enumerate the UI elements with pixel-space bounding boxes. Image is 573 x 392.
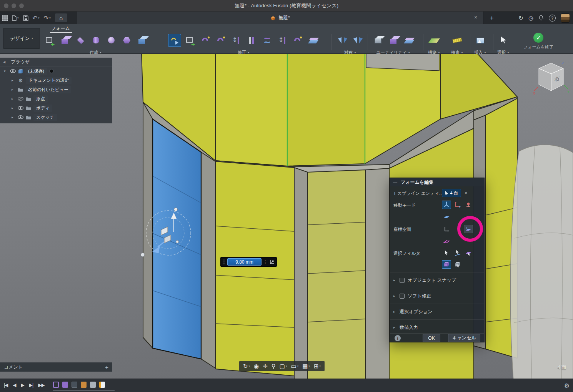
display-mode-icon[interactable] [371,34,385,47]
filter-face-icon[interactable] [464,249,473,257]
create-plane-icon[interactable] [74,34,87,47]
timeline-settings-gear-icon[interactable]: ⚙ [564,382,570,389]
edit-form-icon[interactable] [168,34,181,47]
collapse-browser-icon[interactable]: ◀ [3,60,5,64]
display-settings-icon[interactable]: ▭▾ [291,363,298,369]
expand-caret-icon[interactable]: ▸ [393,326,396,329]
close-tab-icon[interactable]: × [472,14,479,20]
insert-point-icon[interactable] [199,34,212,47]
create-quadball-icon[interactable] [135,34,148,47]
viewports-icon[interactable]: ⊞▾ [314,363,321,369]
slide-edge-icon[interactable] [276,34,289,47]
uncrease-icon[interactable] [230,34,243,47]
comments-bar[interactable]: コメント + [0,362,112,372]
convert-icon[interactable] [402,34,415,47]
filter-body-icon[interactable] [442,260,451,269]
construct-menu[interactable]: 構築▼ [428,50,440,55]
help-icon[interactable]: ? [549,15,556,22]
filter-edge-icon[interactable] [453,249,462,257]
drag-grip-icon[interactable] [222,259,226,265]
close-window-button[interactable] [4,3,8,8]
tl-current-marker[interactable] [99,382,105,388]
visibility-eye-icon[interactable] [18,106,23,110]
visibility-eye-icon[interactable] [10,69,16,73]
play-button[interactable]: ▶ [21,382,24,388]
move-mode-axis-icon[interactable] [453,201,462,209]
expand-caret-icon[interactable]: ▸ [393,294,396,298]
zoom-icon[interactable]: ⚲ [272,363,276,369]
soft-modify-row[interactable]: ▸ ソフト修正 [390,288,484,304]
selection-options-row[interactable]: ▸ 選択オプション [390,304,484,319]
fit-icon[interactable]: ▢▾ [280,363,287,369]
filter-vertex-icon[interactable] [442,249,451,257]
dimension-input-box[interactable]: 9.80 mm ⋮ [220,257,277,267]
insert-menu[interactable]: 挿入▼ [474,50,486,55]
minimize-browser-icon[interactable]: — [105,59,109,65]
modify-menu[interactable]: 修正▼ [238,50,250,55]
cancel-button[interactable]: キャンセル [448,334,480,342]
mirror-internal-icon[interactable] [336,34,349,47]
viewcube[interactable]: 右 X Y Z [533,60,571,100]
document-tab[interactable]: 無題* × [77,12,483,24]
insert-edge-icon[interactable] [183,34,197,47]
ok-button[interactable]: OK [423,334,440,342]
move-mode-translate-icon[interactable] [442,201,451,209]
select-icon[interactable] [497,34,510,47]
selected-face[interactable] [153,119,201,359]
browser-row-document[interactable]: ▾ (未保存) [0,66,112,76]
maximize-window-button[interactable] [19,3,24,8]
visibility-eye-off-icon[interactable] [18,97,23,101]
visibility-eye-icon[interactable] [18,115,23,119]
soft-modify-checkbox[interactable] [400,294,405,299]
symmetry-menu[interactable]: 対称▼ [344,50,356,55]
insert-image-icon[interactable] [474,34,487,47]
overflow-dots-icon[interactable]: ⋮ [263,259,268,265]
construct-plane-icon[interactable] [428,34,441,47]
grid-settings-icon[interactable]: ▦▾ [302,363,310,369]
go-to-end-button[interactable]: ▶▶ [38,382,44,388]
browser-row-document-settings[interactable]: ▸ ⚙ ドキュメントの設定 [0,76,112,85]
document-name[interactable]: (未保存) [25,68,47,75]
info-icon[interactable]: i [395,335,401,341]
minimize-window-button[interactable] [12,3,16,8]
subdivide-icon[interactable] [245,34,258,47]
browser-row-origin[interactable]: ▸ 原点 [0,94,112,103]
move-mode-plane-icon[interactable] [442,213,451,221]
dimension-input[interactable]: 9.80 mm [227,258,262,266]
create-sphere-icon[interactable] [105,34,118,47]
object-snap-checkbox[interactable] [400,278,405,283]
utilities-menu[interactable]: ユーティリティ▼ [376,50,410,55]
create-box-frame-icon[interactable] [43,34,56,47]
redo-icon[interactable]: ↷▾ [44,13,51,23]
notification-bell-icon[interactable] [538,15,544,21]
finish-form-icon[interactable] [533,32,544,43]
inspect-menu[interactable]: 検査▼ [451,50,463,55]
create-cylinder-icon[interactable] [89,34,102,47]
data-panel-grid-icon[interactable] [2,13,8,23]
orbit-icon[interactable]: ↻▾ [243,363,250,369]
job-status-icon[interactable]: ↻ [518,15,523,22]
browser-row-bodies[interactable]: ▸ ボディ [0,103,112,113]
step-back-button[interactable]: ◀ [13,382,16,388]
measure-icon[interactable] [451,34,464,47]
user-avatar[interactable] [561,13,570,23]
undo-icon[interactable]: ↶▾ [33,13,40,23]
repair-body-icon[interactable] [387,34,400,47]
create-torus-icon[interactable] [120,34,133,47]
new-tab-icon[interactable]: + [490,12,494,24]
object-snap-row[interactable]: ▸ オブジェクト スナップ [390,272,484,288]
select-menu[interactable]: 選択▼ [497,50,510,55]
workspace-selector[interactable]: デザイン▾ [3,28,40,49]
go-to-start-button[interactable]: |◀ [4,382,8,388]
finish-form-button[interactable]: フォームを終了 [520,32,557,50]
home-view-icon[interactable]: ⌂ [55,13,67,22]
merge-edge-icon[interactable] [260,34,273,47]
new-document-icon[interactable]: ▾ [12,13,19,23]
browser-row-sketches[interactable]: ▸ スケッチ [0,113,112,122]
look-at-icon[interactable]: ◉ [254,363,259,369]
thicken-icon[interactable] [306,34,320,47]
clear-selection-icon[interactable]: × [465,190,468,196]
collapse-dialog-icon[interactable]: — [393,180,397,184]
expand-caret-icon[interactable]: ▾ [4,69,8,73]
step-forward-button[interactable]: ▶| [29,382,33,388]
